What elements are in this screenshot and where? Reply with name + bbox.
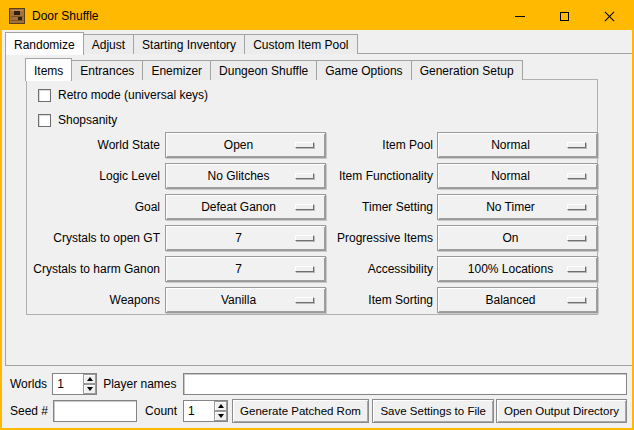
tab-custom-item-pool[interactable]: Custom Item Pool xyxy=(244,34,357,54)
count-spin-down-button[interactable] xyxy=(214,411,227,421)
progressive-items-value: On xyxy=(502,231,518,245)
tab-dungeon-shuffle[interactable]: Dungeon Shuffle xyxy=(210,60,317,80)
spin-down-icon xyxy=(218,414,224,418)
seed-label: Seed # xyxy=(10,404,48,418)
count-spin-up-button[interactable] xyxy=(214,401,227,411)
sub-tab-bar: Items Entrances Enemizer Dungeon Shuffle… xyxy=(25,57,523,80)
caption-buttons xyxy=(497,2,632,30)
tab-enemizer[interactable]: Enemizer xyxy=(142,60,211,80)
accessibility-dropdown[interactable]: 100% Locations xyxy=(437,256,598,282)
dropdown-indicator-icon xyxy=(567,204,586,210)
item-functionality-dropdown[interactable]: Normal xyxy=(437,163,598,189)
retro-mode-checkbox-row: Retro mode (universal keys) xyxy=(38,88,208,102)
maximize-button[interactable] xyxy=(542,2,587,30)
crystals-gt-value: 7 xyxy=(235,231,242,245)
door-shuffle-window: Door Shuffle Randomize Adjust Starting I… xyxy=(0,0,634,430)
item-sorting-label: Item Sorting xyxy=(267,287,433,313)
tab-items[interactable]: Items xyxy=(25,58,72,81)
world-state-value: Open xyxy=(224,138,253,152)
progressive-items-label: Progressive Items xyxy=(267,225,433,251)
crystals-gt-label: Crystals to open GT xyxy=(27,225,160,251)
item-pool-value: Normal xyxy=(491,138,530,152)
logic-level-label: Logic Level xyxy=(27,163,160,189)
world-state-label: World State xyxy=(27,132,160,158)
worlds-spin-up-button[interactable] xyxy=(83,374,96,384)
generate-patched-rom-button[interactable]: Generate Patched Rom xyxy=(232,399,369,423)
close-icon xyxy=(604,11,615,22)
crystals-ganon-value: 7 xyxy=(235,262,242,276)
tab-generation-setup[interactable]: Generation Setup xyxy=(411,60,523,80)
worlds-spinner xyxy=(52,373,97,395)
weapons-value: Vanilla xyxy=(221,293,256,307)
item-functionality-value: Normal xyxy=(491,169,530,183)
worlds-label: Worlds xyxy=(10,377,47,391)
item-functionality-label: Item Functionality xyxy=(267,163,433,189)
timer-setting-dropdown[interactable]: No Timer xyxy=(437,194,598,220)
tab-adjust[interactable]: Adjust xyxy=(83,34,134,54)
minimize-button[interactable] xyxy=(497,2,542,30)
title-bar[interactable]: Door Shuffle xyxy=(2,2,632,30)
accessibility-label: Accessibility xyxy=(267,256,433,282)
weapons-label: Weapons xyxy=(27,287,160,313)
count-spinner xyxy=(183,400,228,422)
maximize-icon xyxy=(560,12,569,21)
shopsanity-label: Shopsanity xyxy=(58,113,117,127)
tab-entrances[interactable]: Entrances xyxy=(71,60,143,80)
spin-up-icon xyxy=(218,404,224,408)
open-output-directory-button[interactable]: Open Output Directory xyxy=(496,399,627,423)
tab-game-options[interactable]: Game Options xyxy=(316,60,411,80)
progressive-items-dropdown[interactable]: On xyxy=(437,225,598,251)
count-input[interactable] xyxy=(184,401,214,421)
crystals-ganon-label: Crystals to harm Ganon xyxy=(27,256,160,282)
close-button[interactable] xyxy=(587,2,632,30)
spin-up-icon xyxy=(87,377,93,381)
shopsanity-checkbox[interactable] xyxy=(38,114,51,127)
dropdown-indicator-icon xyxy=(567,142,586,148)
item-pool-dropdown[interactable]: Normal xyxy=(437,132,598,158)
timer-setting-value: No Timer xyxy=(486,200,535,214)
main-tab-bar: Randomize Adjust Starting Inventory Cust… xyxy=(5,31,358,54)
dropdown-indicator-icon xyxy=(567,297,586,303)
tab-starting-inventory[interactable]: Starting Inventory xyxy=(133,34,245,54)
shopsanity-checkbox-row: Shopsanity xyxy=(38,113,117,127)
worlds-row: Worlds Player names xyxy=(10,373,627,395)
dropdown-indicator-icon xyxy=(567,235,586,241)
worlds-spin-down-button[interactable] xyxy=(83,384,96,394)
goal-label: Goal xyxy=(27,194,160,220)
accessibility-value: 100% Locations xyxy=(468,262,553,276)
items-tab-panel: Retro mode (universal keys) Shopsanity W… xyxy=(26,79,598,315)
item-sorting-dropdown[interactable]: Balanced xyxy=(437,287,598,313)
retro-mode-label: Retro mode (universal keys) xyxy=(58,88,208,102)
tab-randomize[interactable]: Randomize xyxy=(5,32,84,55)
logic-level-value: No Glitches xyxy=(207,169,269,183)
timer-setting-label: Timer Setting xyxy=(267,194,433,220)
spin-down-icon xyxy=(87,387,93,391)
retro-mode-checkbox[interactable] xyxy=(38,89,51,102)
goal-value: Defeat Ganon xyxy=(201,200,276,214)
item-pool-label: Item Pool xyxy=(267,132,433,158)
seed-input[interactable] xyxy=(53,400,137,422)
worlds-input[interactable] xyxy=(53,374,83,394)
player-names-input[interactable] xyxy=(183,373,628,395)
minimize-icon xyxy=(515,16,525,17)
player-names-label: Player names xyxy=(103,377,176,391)
app-icon xyxy=(9,8,25,24)
count-label: Count xyxy=(145,404,177,418)
dropdown-indicator-icon xyxy=(567,266,586,272)
item-sorting-value: Balanced xyxy=(485,293,535,307)
seed-row: Seed # Count Generate Patched Rom Save S… xyxy=(10,399,627,423)
save-settings-button[interactable]: Save Settings to File xyxy=(372,399,493,423)
window-title: Door Shuffle xyxy=(32,9,99,23)
dropdown-indicator-icon xyxy=(567,173,586,179)
